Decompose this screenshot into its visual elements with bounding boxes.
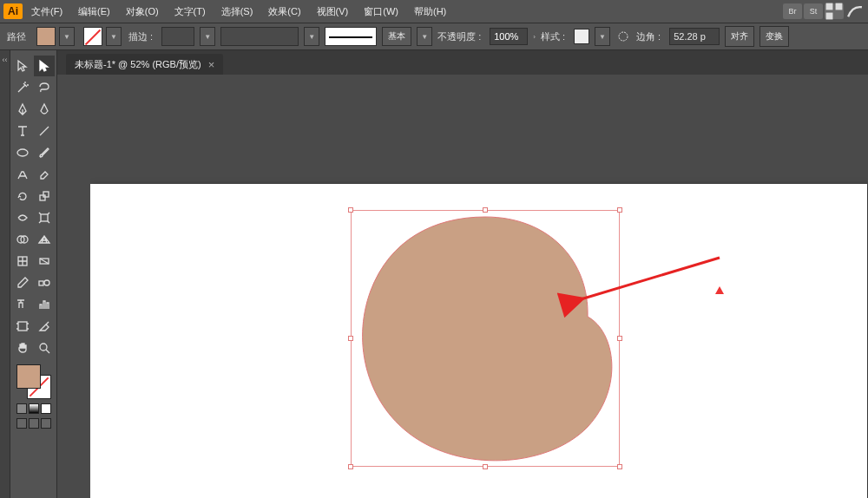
transform-button[interactable]: 变换: [760, 26, 789, 47]
stroke-weight-stepper[interactable]: ▼: [200, 27, 215, 46]
direct-selection-tool[interactable]: [34, 56, 55, 76]
line-tool[interactable]: [34, 121, 55, 141]
artboard-tool[interactable]: [12, 316, 33, 337]
paintbrush-tool[interactable]: [34, 142, 55, 163]
handle-se[interactable]: [617, 464, 622, 469]
ellipse-tool[interactable]: [12, 142, 33, 163]
align-button[interactable]: 对齐: [725, 26, 754, 47]
mesh-tool[interactable]: [12, 251, 33, 272]
color-mode-row: [16, 403, 51, 414]
handle-n[interactable]: [483, 207, 488, 213]
annotation-triangle: [715, 286, 724, 294]
lasso-tool[interactable]: [34, 77, 55, 98]
var-width-dropdown[interactable]: ▼: [304, 27, 319, 46]
arrange-icon[interactable]: [825, 3, 844, 19]
menu-type[interactable]: 文字(T): [168, 2, 213, 22]
canvas[interactable]: [90, 94, 868, 498]
handle-sw[interactable]: [348, 464, 353, 469]
draw-mode-row: [16, 418, 51, 429]
free-transform-tool[interactable]: [34, 207, 55, 228]
handle-s[interactable]: [483, 464, 488, 469]
column-graph-tool[interactable]: [34, 294, 55, 315]
opacity-dropdown[interactable]: ›: [533, 33, 536, 41]
svg-rect-5: [40, 195, 45, 200]
menu-edit[interactable]: 编辑(E): [71, 2, 117, 22]
fill-dropdown[interactable]: ▼: [59, 27, 75, 46]
selection-type-label: 路径: [7, 30, 26, 43]
menu-effect[interactable]: 效果(C): [261, 2, 307, 22]
opacity-input[interactable]: 100%: [490, 28, 528, 45]
svg-point-15: [40, 344, 47, 351]
style-dropdown[interactable]: ▼: [595, 27, 610, 46]
curvature-tool[interactable]: [34, 99, 55, 120]
style-swatch[interactable]: [574, 29, 589, 44]
brush-type-label[interactable]: 基本: [382, 27, 411, 46]
hand-tool[interactable]: [12, 337, 33, 358]
artboard[interactable]: [90, 184, 867, 498]
shape-builder-tool[interactable]: [12, 229, 33, 250]
handle-w[interactable]: [348, 336, 353, 341]
stroke-weight-input[interactable]: [161, 27, 194, 46]
perspective-grid-tool[interactable]: [34, 229, 55, 250]
menu-object[interactable]: 对象(O): [119, 2, 166, 22]
menu-window[interactable]: 窗口(W): [357, 2, 405, 22]
bridge-icon[interactable]: Br: [783, 3, 802, 19]
pen-tool[interactable]: [12, 99, 33, 120]
gpu-icon[interactable]: [845, 3, 865, 19]
svg-point-4: [17, 149, 28, 156]
stock-icon[interactable]: St: [804, 3, 823, 19]
symbol-sprayer-tool[interactable]: [12, 294, 33, 315]
svg-line-16: [581, 258, 720, 299]
rotate-tool[interactable]: [12, 186, 33, 206]
brush-dropdown[interactable]: ▼: [417, 27, 432, 46]
panel-collapse-strip[interactable]: ‹‹: [0, 50, 10, 498]
eyedropper-tool[interactable]: [12, 272, 33, 293]
handle-nw[interactable]: [348, 207, 353, 213]
menu-select[interactable]: 选择(S): [214, 2, 260, 22]
brush-definition[interactable]: [325, 27, 377, 46]
draw-behind[interactable]: [29, 418, 39, 429]
selection-tool[interactable]: [12, 56, 33, 76]
blend-tool[interactable]: [34, 272, 55, 293]
style-label: 样式 :: [541, 30, 565, 43]
svg-rect-1: [836, 3, 843, 10]
handle-e[interactable]: [617, 336, 622, 341]
eraser-tool[interactable]: [34, 164, 55, 185]
fill-stroke-display[interactable]: [16, 364, 51, 399]
bounding-box[interactable]: [351, 210, 620, 467]
svg-rect-7: [41, 214, 48, 221]
svg-rect-2: [826, 13, 833, 20]
corner-input[interactable]: 52.28 p: [669, 28, 720, 45]
fill-color-front[interactable]: [16, 364, 41, 389]
magic-wand-tool[interactable]: [12, 77, 33, 98]
handle-ne[interactable]: [617, 207, 622, 213]
color-mode-gradient[interactable]: [29, 403, 39, 414]
menubar: Ai 文件(F) 编辑(E) 对象(O) 文字(T) 选择(S) 效果(C) 视…: [0, 0, 868, 23]
svg-rect-12: [39, 281, 43, 285]
scale-tool[interactable]: [34, 186, 55, 206]
menu-view[interactable]: 视图(V): [310, 2, 356, 22]
zoom-tool[interactable]: [34, 337, 55, 358]
slice-tool[interactable]: [34, 316, 55, 337]
shaper-tool[interactable]: [12, 164, 33, 185]
opacity-label: 不透明度 :: [437, 30, 481, 43]
menu-help[interactable]: 帮助(H): [407, 2, 453, 22]
control-bar: 路径 ▼ ▼ 描边 : ▼ ▼ 基本 ▼ 不透明度 : 100% › 样式 : …: [0, 23, 868, 50]
svg-rect-0: [826, 3, 833, 10]
type-tool[interactable]: [12, 121, 33, 141]
stroke-weight-label: 描边 :: [128, 30, 153, 43]
draw-normal[interactable]: [16, 418, 27, 429]
document-tab[interactable]: 未标题-1* @ 52% (RGB/预览) ×: [66, 54, 223, 75]
color-mode-none[interactable]: [41, 403, 51, 414]
close-tab-icon[interactable]: ×: [208, 58, 215, 71]
fill-swatch[interactable]: [36, 27, 56, 46]
stroke-dropdown[interactable]: ▼: [106, 27, 122, 46]
recolor-icon[interactable]: [615, 29, 631, 44]
stroke-swatch[interactable]: [83, 27, 102, 46]
color-mode-solid[interactable]: [16, 403, 27, 414]
var-width-profile[interactable]: [220, 27, 299, 46]
draw-inside[interactable]: [41, 418, 51, 429]
width-tool[interactable]: [12, 207, 33, 228]
gradient-tool[interactable]: [34, 251, 55, 272]
menu-file[interactable]: 文件(F): [24, 2, 69, 22]
